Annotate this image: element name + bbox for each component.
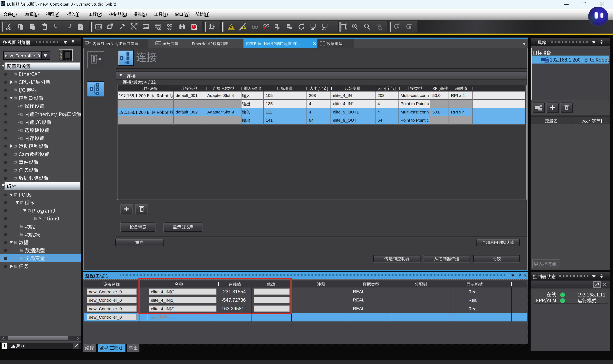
svg-text:var: var <box>156 42 159 44</box>
svg-text:3D: 3D <box>97 25 101 29</box>
svg-text:eip: eip <box>89 42 91 44</box>
svg-text:100: 100 <box>376 23 380 26</box>
svg-text:?: ? <box>79 25 82 29</box>
